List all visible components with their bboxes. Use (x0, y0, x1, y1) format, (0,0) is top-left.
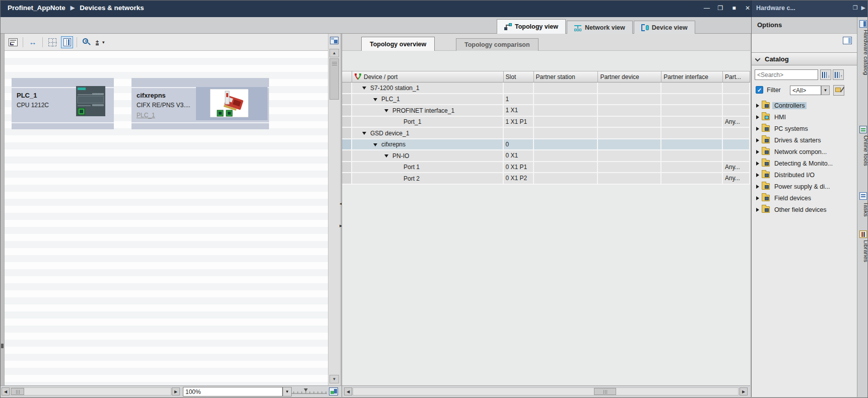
zoom-button[interactable]: + (81, 36, 93, 48)
adjust-width-button[interactable]: ↔ (27, 36, 39, 48)
catalog-item-distributed-i-o[interactable]: Distributed I/O (752, 170, 857, 181)
zoom-slider-handle[interactable] (304, 388, 308, 391)
tab-network-view[interactable]: Network view (567, 21, 633, 34)
side-tab-hardware-catalog[interactable]: Hardware catalog (857, 20, 868, 75)
expand-arrow-icon[interactable] (756, 162, 759, 166)
side-tab-tasks[interactable]: Tasks (857, 192, 868, 216)
device-name[interactable]: cifxrepns (137, 92, 166, 99)
catalog-item-detecting-monito[interactable]: Detecting & Monito... (752, 158, 857, 170)
tab-device-view[interactable]: Device view (634, 21, 695, 34)
tab-topology-comparison[interactable]: Topology comparison (456, 38, 539, 51)
catalog-section-header[interactable]: Catalog (752, 52, 857, 65)
profile-button[interactable] (833, 85, 844, 96)
column-header-partner-station[interactable]: Partner station (534, 71, 598, 83)
breadcrumb-project[interactable]: Profinet_AppNote (8, 4, 65, 12)
table-row-pn-io[interactable]: PN-IO0 X1 (342, 150, 750, 162)
expand-arrow-icon[interactable] (756, 104, 759, 108)
expander-icon[interactable] (362, 132, 366, 135)
table-row-port-1[interactable]: Port 10 X1 P1Any... (342, 162, 750, 174)
topology-canvas[interactable]: PLC_1 CPU 1212C cifxrepns (5, 51, 328, 385)
catalog-item-power-supply-di[interactable]: Power supply & di... (752, 181, 857, 193)
tab-topology-view[interactable]: Topology view (497, 19, 566, 34)
partner-connect-icon (354, 73, 362, 81)
column-header-part[interactable]: Part... (723, 71, 750, 83)
table-hscroll-right-button[interactable]: ▶ (740, 387, 748, 395)
device-box-cifxrepns[interactable]: cifxrepns CIFX RE/PNS V3.... PLC_1 (131, 78, 269, 129)
catalog-item-hmi[interactable]: HMI (752, 112, 857, 123)
filter-checkbox[interactable]: ✓ (756, 86, 763, 94)
table-row-plc-1[interactable]: PLC_11 (342, 94, 750, 106)
column-header-slot[interactable]: Slot (504, 71, 534, 83)
catalog-item-controllers[interactable]: Controllers (752, 100, 857, 112)
device-box-plc1[interactable]: PLC_1 CPU 1212C (12, 78, 114, 129)
scrollbar-thumb[interactable] (329, 58, 339, 100)
fit-to-view-button[interactable] (329, 387, 338, 395)
scroll-down-button[interactable]: ▼ (329, 375, 339, 383)
filter-select-value[interactable]: <All> (790, 86, 821, 95)
hscroll-thumb[interactable] (11, 388, 24, 395)
assigned-controller-link[interactable]: PLC_1 (137, 112, 155, 119)
zoom-slider[interactable] (292, 388, 327, 395)
table-row-cifxrepns[interactable]: cifxrepns0 (342, 139, 750, 151)
hscroll-right-button[interactable]: ▶ (172, 387, 180, 395)
table-hscroll-track[interactable] (353, 387, 739, 395)
catalog-item-other-field-devices[interactable]: Other field devices (752, 204, 857, 216)
search-up-button[interactable]: ↑ (833, 69, 844, 80)
expander-icon[interactable] (384, 109, 388, 112)
zoom-level-input[interactable] (183, 387, 283, 396)
split-editor-icon[interactable] (330, 37, 339, 44)
page-layout-button[interactable] (61, 36, 73, 48)
catalog-item-field-devices[interactable]: Field devices (752, 193, 857, 204)
scroll-up-button[interactable]: ▲ (329, 49, 339, 57)
expand-arrow-icon[interactable] (756, 173, 759, 177)
toolbar-separator (77, 37, 77, 47)
table-hscroll-thumb[interactable] (594, 388, 616, 395)
expander-icon[interactable] (362, 87, 366, 90)
table-row-s7-1200-station-1[interactable]: S7-1200 station_1 (342, 83, 750, 94)
zoom-dropdown-button[interactable]: ▼ (283, 387, 292, 396)
side-tab-libraries[interactable]: Libraries (857, 230, 868, 262)
search-down-button[interactable]: ↓ (820, 69, 831, 80)
catalog-item-drives-starters[interactable]: Drives & starters (752, 135, 857, 146)
zoom-plus-minus-icon[interactable]: ± (96, 39, 99, 45)
column-header-device-port[interactable]: Device / port (352, 71, 504, 83)
catalog-item-pc-systems[interactable]: PC systems (752, 123, 857, 135)
side-tab-online-tools[interactable]: Online tools (857, 126, 868, 166)
expand-arrow-icon[interactable] (756, 185, 759, 189)
restore-button[interactable]: ❐ (716, 4, 725, 13)
cifx-card-image[interactable] (210, 89, 248, 117)
plc-device-image[interactable] (75, 85, 107, 118)
expand-arrow-icon[interactable] (756, 208, 759, 212)
show-names-button[interactable] (7, 36, 19, 48)
expand-arrow-icon[interactable] (756, 150, 759, 154)
panel-toggle-icon[interactable] (843, 37, 852, 44)
minimize-button[interactable]: — (702, 4, 711, 13)
table-row-profinet-interface-1[interactable]: PROFINET interface_11 X1 (342, 105, 750, 117)
catalog-item-network-compon[interactable]: Network compon... (752, 146, 857, 158)
hscroll-track[interactable] (10, 387, 171, 395)
collapse-panel-icon[interactable]: ▶ (861, 5, 865, 11)
expander-icon[interactable] (373, 143, 377, 146)
device-name[interactable]: PLC_1 (17, 92, 37, 99)
table-row-port-2[interactable]: Port 20 X1 P2Any... (342, 173, 750, 185)
maximize-button[interactable]: ■ (729, 4, 739, 13)
zoom-dropdown-caret-icon[interactable]: ▾ (102, 40, 105, 45)
breadcrumb-page[interactable]: Devices & networks (80, 4, 144, 12)
expander-icon[interactable] (384, 154, 388, 157)
table-row-port-1[interactable]: Port_11 X1 P1Any... (342, 117, 750, 128)
hscroll-left-button[interactable]: ◀ (2, 387, 10, 395)
filter-dropdown-button[interactable]: ▼ (821, 86, 830, 95)
float-panel-icon[interactable]: ❐ (853, 5, 858, 11)
column-header-partner-interface[interactable]: Partner interface (661, 71, 723, 83)
tab-topology-overview[interactable]: Topology overview (361, 37, 435, 51)
column-header-partner-device[interactable]: Partner device (598, 71, 661, 83)
expand-arrow-icon[interactable] (756, 127, 759, 131)
search-input[interactable] (755, 69, 818, 80)
table-hscroll-left-button[interactable]: ◀ (344, 387, 352, 395)
expander-icon[interactable] (373, 98, 377, 101)
grid-options-button[interactable] (46, 36, 58, 48)
table-row-gsd-device-1[interactable]: GSD device_1 (342, 128, 750, 139)
expand-arrow-icon[interactable] (756, 138, 759, 142)
expand-arrow-icon[interactable] (756, 115, 759, 119)
expand-arrow-icon[interactable] (756, 196, 759, 200)
